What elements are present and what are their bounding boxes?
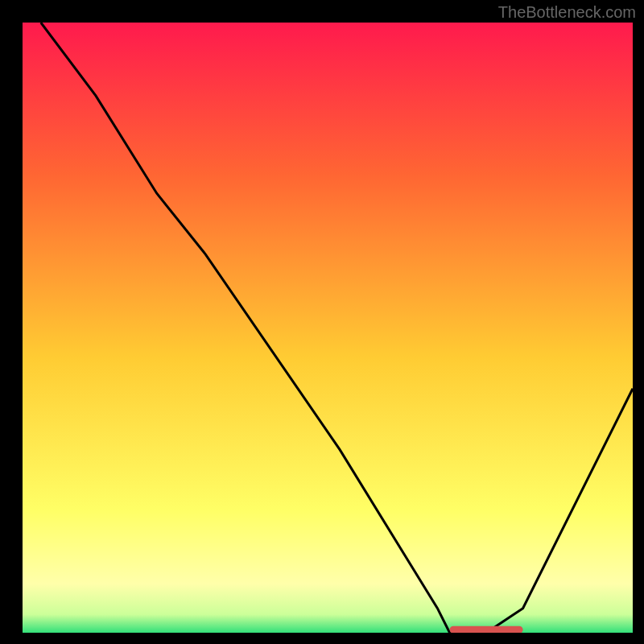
x-axis <box>19 633 634 636</box>
chart-svg <box>23 23 633 633</box>
watermark-text: TheBottleneck.com <box>498 3 636 22</box>
gradient-background <box>23 23 633 633</box>
chart-plot-area <box>23 23 633 633</box>
optimal-marker <box>450 626 523 633</box>
